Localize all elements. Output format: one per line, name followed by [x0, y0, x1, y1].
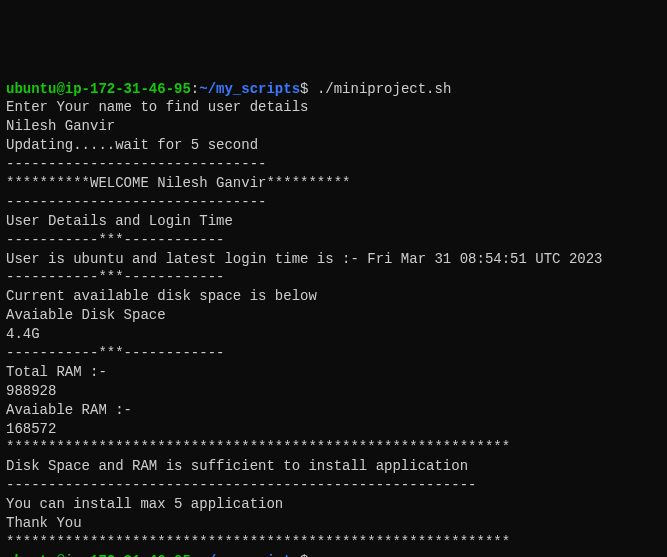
output-line: -----------***------------ [6, 268, 661, 287]
output-line: 4.4G [6, 325, 661, 344]
prompt-dollar: $ [300, 553, 308, 557]
output-line: Enter Your name to find user details [6, 98, 661, 117]
output-line: Disk Space and RAM is sufficient to inst… [6, 457, 661, 476]
prompt-path: ~/my_scripts [199, 81, 300, 97]
output-line: ****************************************… [6, 533, 661, 552]
output-line: Total RAM :- [6, 363, 661, 382]
terminal-window[interactable]: ubuntu@ip-172-31-46-95:~/my_scripts$ ./m… [6, 80, 661, 557]
output-line: -----------***------------ [6, 344, 661, 363]
output-line: Nilesh Ganvir [6, 117, 661, 136]
output-line: ------------------------------- [6, 155, 661, 174]
prompt-line-2[interactable]: ubuntu@ip-172-31-46-95:~/my_scripts$ [6, 552, 661, 557]
output-line: Avaiable Disk Space [6, 306, 661, 325]
prompt-colon: : [191, 553, 199, 557]
output-line: -----------***------------ [6, 231, 661, 250]
output-line: User Details and Login Time [6, 212, 661, 231]
output-line: 168572 [6, 420, 661, 439]
prompt-line-1: ubuntu@ip-172-31-46-95:~/my_scripts$ ./m… [6, 80, 661, 99]
output-line: ****************************************… [6, 438, 661, 457]
output-line: **********WELCOME Nilesh Ganvir*********… [6, 174, 661, 193]
prompt-path: ~/my_scripts [199, 553, 300, 557]
output-line: Thank You [6, 514, 661, 533]
output-line: 988928 [6, 382, 661, 401]
prompt-user-host: ubuntu@ip-172-31-46-95 [6, 553, 191, 557]
output-line: Current available disk space is below [6, 287, 661, 306]
output-line: ------------------------------- [6, 193, 661, 212]
command-text: ./miniproject.sh [317, 81, 451, 97]
prompt-colon: : [191, 81, 199, 97]
output-line: Avaiable RAM :- [6, 401, 661, 420]
output-line: ----------------------------------------… [6, 476, 661, 495]
output-line: User is ubuntu and latest login time is … [6, 250, 661, 269]
output-line: Updating.....wait for 5 second [6, 136, 661, 155]
prompt-dollar: $ [300, 81, 317, 97]
prompt-user-host: ubuntu@ip-172-31-46-95 [6, 81, 191, 97]
output-line: You can install max 5 application [6, 495, 661, 514]
